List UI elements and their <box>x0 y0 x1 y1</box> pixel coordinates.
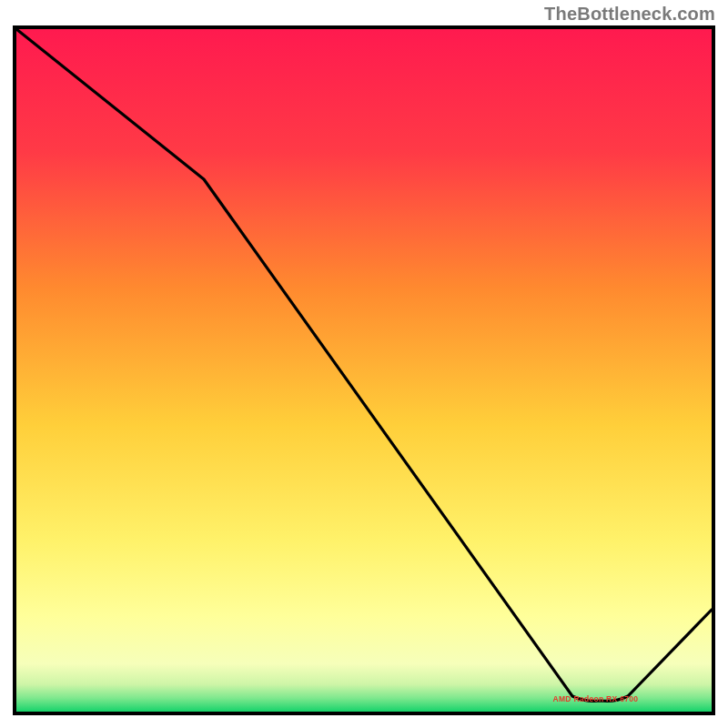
background-gradient <box>16 29 712 712</box>
attribution-text: TheBottleneck.com <box>544 4 715 25</box>
svg-rect-0 <box>16 29 712 712</box>
chart-container: TheBottleneck.com <box>0 0 728 728</box>
plot-area: AMD Radeon RX 6700 <box>13 25 715 715</box>
baseline-label: AMD Radeon RX 6700 <box>553 694 639 703</box>
